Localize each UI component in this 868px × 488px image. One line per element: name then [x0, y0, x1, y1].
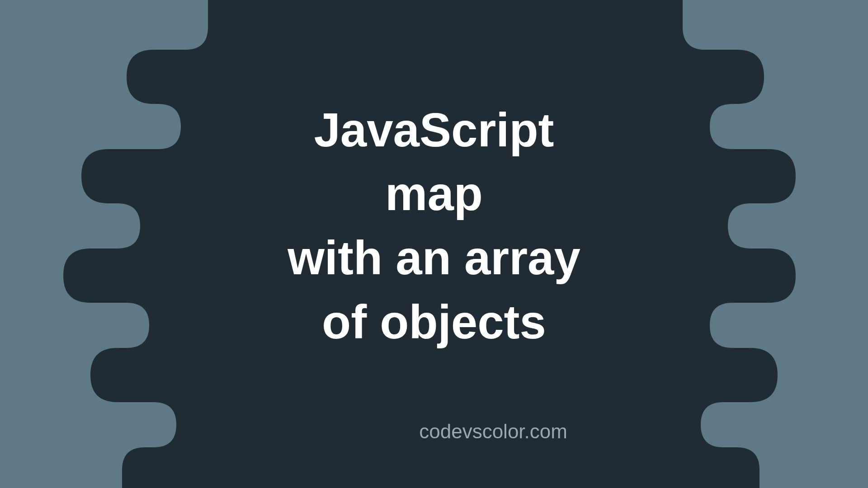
content-area: JavaScript map with an array of objects — [0, 0, 868, 488]
credit-text: codevscolor.com — [419, 420, 567, 443]
title-line-4: of objects — [288, 290, 580, 354]
title-line-3: with an array — [288, 226, 580, 290]
title-line-2: map — [288, 162, 580, 226]
title-line-1: JavaScript — [288, 98, 580, 162]
main-title: JavaScript map with an array of objects — [288, 98, 580, 354]
